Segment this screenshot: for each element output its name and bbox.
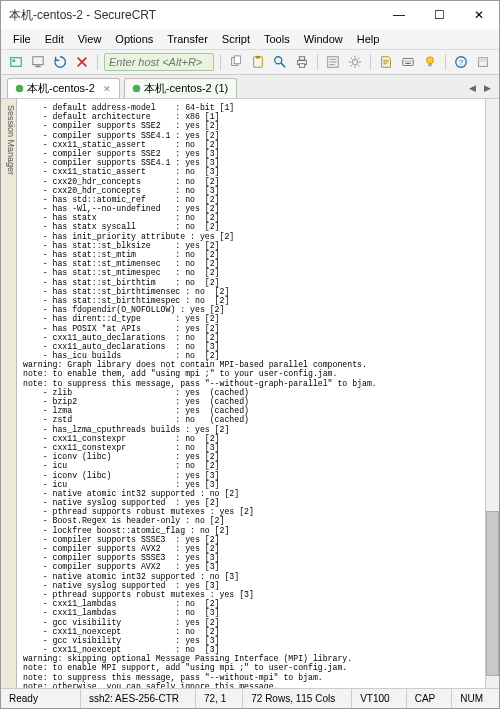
menu-tools[interactable]: Tools [258, 31, 296, 47]
sessions-icon[interactable] [7, 53, 25, 71]
connect-icon[interactable] [29, 53, 47, 71]
svg-rect-0 [11, 58, 22, 67]
copy-icon[interactable] [227, 53, 245, 71]
script-icon[interactable] [377, 53, 395, 71]
status-size: 72 Rows, 115 Cols [242, 689, 343, 708]
menu-transfer[interactable]: Transfer [161, 31, 214, 47]
lightbulb-icon[interactable] [421, 53, 439, 71]
reconnect-icon[interactable] [51, 53, 69, 71]
menubar: File Edit View Options Transfer Script T… [1, 29, 499, 50]
menu-script[interactable]: Script [216, 31, 256, 47]
status-num: NUM [451, 689, 491, 708]
scrollbar[interactable] [485, 99, 499, 688]
menu-view[interactable]: View [72, 31, 108, 47]
terminal-output[interactable]: - default address-model : 64-bit [1] - d… [17, 99, 485, 688]
close-button[interactable]: ✕ [459, 1, 499, 29]
statusbar: Ready ssh2: AES-256-CTR 72, 1 72 Rows, 1… [1, 688, 499, 708]
minimize-button[interactable]: — [379, 1, 419, 29]
host-input[interactable] [104, 53, 214, 71]
separator [317, 54, 318, 70]
svg-point-16 [407, 60, 408, 61]
menu-options[interactable]: Options [109, 31, 159, 47]
svg-point-19 [427, 57, 434, 64]
help-icon[interactable]: ? [452, 53, 470, 71]
svg-rect-2 [33, 57, 44, 65]
svg-rect-3 [35, 66, 40, 68]
separator [445, 54, 446, 70]
status-cipher: ssh2: AES-256-CTR [80, 689, 187, 708]
titlebar: 本机-centos-2 - SecureCRT — ☐ ✕ [1, 1, 499, 29]
svg-rect-20 [428, 64, 432, 67]
menu-file[interactable]: File [7, 31, 37, 47]
menu-edit[interactable]: Edit [39, 31, 70, 47]
status-led-icon [133, 85, 140, 92]
svg-rect-18 [405, 63, 410, 64]
window-title: 本机-centos-2 - SecureCRT [9, 7, 156, 24]
tab-next-icon[interactable]: ▶ [482, 81, 493, 95]
svg-rect-11 [299, 64, 304, 68]
disconnect-icon[interactable] [73, 53, 91, 71]
tab-prev-icon[interactable]: ◀ [467, 81, 478, 95]
session-manager-strip[interactable]: Session Manager [1, 99, 17, 688]
svg-point-17 [410, 60, 411, 61]
find-icon[interactable] [271, 53, 289, 71]
properties-icon[interactable] [324, 53, 342, 71]
paste-icon[interactable] [249, 53, 267, 71]
status-ready: Ready [9, 693, 38, 704]
svg-rect-14 [403, 59, 414, 66]
tabbar: 本机-centos-2 ✕ 本机-centos-2 (1) ◀ ▶ [1, 75, 499, 99]
svg-rect-7 [256, 56, 260, 59]
separator [370, 54, 371, 70]
svg-text:?: ? [459, 58, 464, 67]
separator [97, 54, 98, 70]
svg-rect-1 [13, 59, 16, 62]
tab-label: 本机-centos-2 (1) [144, 81, 228, 96]
menu-window[interactable]: Window [298, 31, 349, 47]
status-term: VT100 [351, 689, 397, 708]
svg-point-15 [405, 60, 406, 61]
tab-close-icon[interactable]: ✕ [103, 84, 111, 94]
svg-rect-10 [299, 57, 304, 61]
status-led-icon [16, 85, 23, 92]
svg-rect-24 [479, 58, 488, 62]
separator [220, 54, 221, 70]
status-caps: CAP [406, 689, 444, 708]
print-icon[interactable] [293, 53, 311, 71]
keymap-icon[interactable] [399, 53, 417, 71]
maximize-button[interactable]: ☐ [419, 1, 459, 29]
menu-help[interactable]: Help [351, 31, 386, 47]
options-icon[interactable] [346, 53, 364, 71]
svg-rect-5 [234, 56, 240, 64]
toolbar: ? [1, 50, 499, 75]
tab-1[interactable]: 本机-centos-2 ✕ [7, 78, 120, 98]
tab-2[interactable]: 本机-centos-2 (1) [124, 78, 237, 98]
status-position: 72, 1 [195, 689, 234, 708]
svg-point-8 [275, 57, 282, 64]
toggle-icon[interactable] [474, 53, 492, 71]
tab-label: 本机-centos-2 [27, 81, 95, 96]
svg-point-13 [352, 59, 357, 64]
